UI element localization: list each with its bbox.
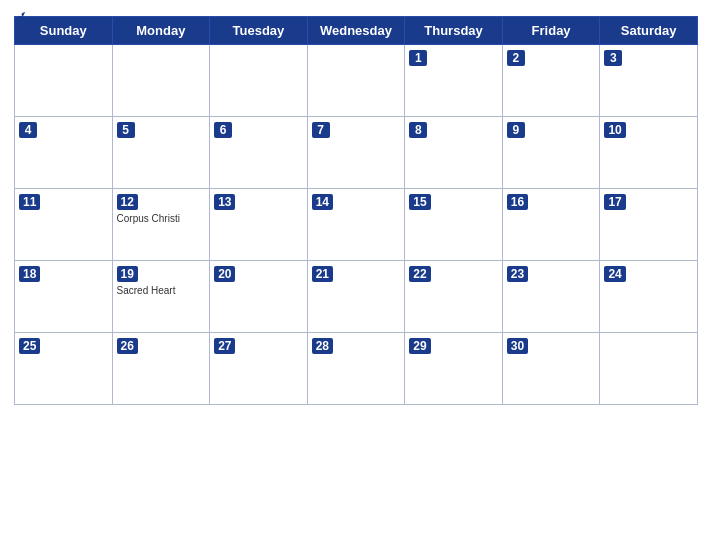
calendar-day-cell: 27 (210, 333, 308, 405)
calendar-week-row: 1819Sacred Heart2021222324 (15, 261, 698, 333)
calendar-day-cell: 24 (600, 261, 698, 333)
logo-bird-icon (14, 10, 28, 24)
calendar-day-cell: 3 (600, 45, 698, 117)
day-number: 6 (214, 122, 232, 138)
calendar-day-cell: 20 (210, 261, 308, 333)
calendar-container: SundayMondayTuesdayWednesdayThursdayFrid… (0, 0, 712, 550)
day-number: 21 (312, 266, 333, 282)
logo-blue-text (14, 10, 30, 24)
weekday-header-monday: Monday (112, 17, 210, 45)
calendar-week-row: 1112Corpus Christi1314151617 (15, 189, 698, 261)
calendar-day-cell: 23 (502, 261, 600, 333)
day-number: 9 (507, 122, 525, 138)
day-number: 5 (117, 122, 135, 138)
day-number: 1 (409, 50, 427, 66)
day-number: 11 (19, 194, 40, 210)
day-number: 16 (507, 194, 528, 210)
calendar-day-cell: 2 (502, 45, 600, 117)
calendar-day-cell: 22 (405, 261, 503, 333)
weekday-header-thursday: Thursday (405, 17, 503, 45)
calendar-day-cell: 1 (405, 45, 503, 117)
calendar-day-cell: 6 (210, 117, 308, 189)
day-number: 17 (604, 194, 625, 210)
weekday-header-row: SundayMondayTuesdayWednesdayThursdayFrid… (15, 17, 698, 45)
calendar-day-cell (112, 45, 210, 117)
day-number: 23 (507, 266, 528, 282)
calendar-day-cell: 16 (502, 189, 600, 261)
calendar-day-cell: 25 (15, 333, 113, 405)
day-number: 4 (19, 122, 37, 138)
day-number: 3 (604, 50, 622, 66)
day-number: 27 (214, 338, 235, 354)
calendar-day-cell: 10 (600, 117, 698, 189)
holiday-name: Sacred Heart (117, 285, 206, 297)
day-number: 29 (409, 338, 430, 354)
holiday-name: Corpus Christi (117, 213, 206, 225)
calendar-day-cell (307, 45, 405, 117)
calendar-table: SundayMondayTuesdayWednesdayThursdayFrid… (14, 16, 698, 405)
day-number: 25 (19, 338, 40, 354)
day-number: 14 (312, 194, 333, 210)
calendar-day-cell: 4 (15, 117, 113, 189)
weekday-header-saturday: Saturday (600, 17, 698, 45)
calendar-day-cell: 28 (307, 333, 405, 405)
day-number: 30 (507, 338, 528, 354)
calendar-day-cell: 13 (210, 189, 308, 261)
calendar-week-row: 123 (15, 45, 698, 117)
calendar-day-cell: 21 (307, 261, 405, 333)
calendar-day-cell: 5 (112, 117, 210, 189)
day-number: 24 (604, 266, 625, 282)
day-number: 18 (19, 266, 40, 282)
day-number: 10 (604, 122, 625, 138)
day-number: 13 (214, 194, 235, 210)
day-number: 2 (507, 50, 525, 66)
calendar-day-cell: 9 (502, 117, 600, 189)
calendar-day-cell: 12Corpus Christi (112, 189, 210, 261)
calendar-day-cell: 7 (307, 117, 405, 189)
calendar-day-cell: 17 (600, 189, 698, 261)
day-number: 12 (117, 194, 138, 210)
weekday-header-friday: Friday (502, 17, 600, 45)
calendar-day-cell: 18 (15, 261, 113, 333)
day-number: 7 (312, 122, 330, 138)
day-number: 22 (409, 266, 430, 282)
calendar-day-cell: 26 (112, 333, 210, 405)
weekday-header-wednesday: Wednesday (307, 17, 405, 45)
calendar-day-cell: 15 (405, 189, 503, 261)
weekday-header-tuesday: Tuesday (210, 17, 308, 45)
calendar-week-row: 252627282930 (15, 333, 698, 405)
calendar-day-cell (600, 333, 698, 405)
calendar-day-cell: 19Sacred Heart (112, 261, 210, 333)
logo-area (14, 10, 30, 24)
day-number: 26 (117, 338, 138, 354)
calendar-day-cell: 29 (405, 333, 503, 405)
calendar-day-cell: 30 (502, 333, 600, 405)
day-number: 8 (409, 122, 427, 138)
calendar-day-cell (210, 45, 308, 117)
calendar-day-cell: 11 (15, 189, 113, 261)
calendar-day-cell (15, 45, 113, 117)
calendar-day-cell: 8 (405, 117, 503, 189)
day-number: 20 (214, 266, 235, 282)
day-number: 28 (312, 338, 333, 354)
day-number: 15 (409, 194, 430, 210)
calendar-week-row: 45678910 (15, 117, 698, 189)
calendar-day-cell: 14 (307, 189, 405, 261)
day-number: 19 (117, 266, 138, 282)
